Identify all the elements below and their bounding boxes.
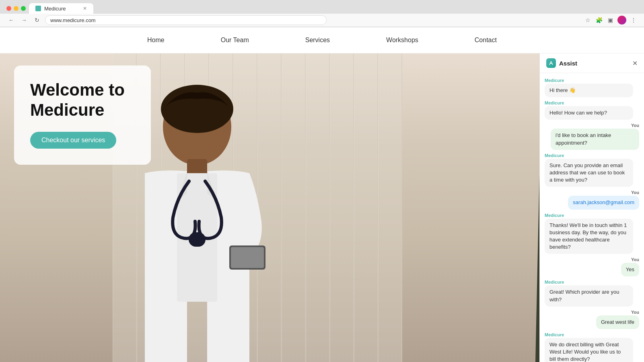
- msg-group-3: You i'd like to book an intake appointme…: [545, 123, 639, 149]
- chat-header: Assist ✕: [540, 53, 644, 73]
- msg-bubble-1: Hi there 👋: [545, 84, 633, 97]
- traffic-lights: [3, 6, 29, 11]
- msg-bubble-10: We do direct billing with Great West Lif…: [545, 338, 633, 362]
- msg-group-10: Medicure We do direct billing with Great…: [545, 332, 639, 362]
- chat-close-button[interactable]: ✕: [632, 59, 638, 67]
- msg-group-1: Medicure Hi there 👋: [545, 78, 639, 97]
- msg-group-2: Medicure Hello! How can we help?: [545, 100, 639, 120]
- nav-contact[interactable]: Contact: [446, 27, 525, 53]
- nav-services[interactable]: Services: [277, 27, 358, 53]
- maximize-traffic-light[interactable]: [21, 6, 26, 11]
- welcome-line1: Welcome to: [30, 80, 125, 99]
- chat-widget: Assist ✕ Medicure Hi there 👋 Medicure He…: [539, 53, 644, 362]
- msg-bubble-6: Thanks! We'll be in touch within 1 busin…: [545, 219, 633, 254]
- msg-sender-6: Medicure: [545, 332, 639, 337]
- hero-section: Welcome to Medicure Checkout our service…: [0, 53, 644, 362]
- svg-point-1: [161, 85, 233, 133]
- msg-bubble-2: Hello! How can we help?: [545, 106, 633, 120]
- tab-favicon: [35, 6, 41, 11]
- active-tab[interactable]: Medicure ✕: [29, 3, 93, 14]
- welcome-card: Welcome to Medicure Checkout our service…: [14, 65, 151, 165]
- msg-group-5: You sarah.jackson@gmail.com: [545, 190, 639, 209]
- msg-bubble-8: Great! Which provider are you with?: [545, 285, 633, 306]
- svg-point-5: [191, 232, 206, 247]
- toolbar-actions: ☆ 🧩 ▣ ⋮: [584, 16, 638, 25]
- svg-rect-2: [187, 159, 207, 175]
- msg-group-8: Medicure Great! Which provider are you w…: [545, 280, 639, 306]
- close-traffic-light[interactable]: [6, 6, 11, 11]
- msg-sender-you-4: You: [631, 310, 639, 315]
- msg-sender-you-1: You: [631, 123, 639, 128]
- msg-sender-you-2: You: [631, 190, 639, 195]
- msg-bubble-9: Great west life: [596, 315, 639, 329]
- msg-group-6: Medicure Thanks! We'll be in touch withi…: [545, 213, 639, 254]
- msg-sender-2: Medicure: [545, 100, 639, 105]
- msg-bubble-5: sarah.jackson@gmail.com: [568, 196, 639, 209]
- msg-group-7: You Yes: [545, 257, 639, 276]
- welcome-title: Welcome to Medicure: [30, 80, 135, 121]
- checkout-services-button[interactable]: Checkout our services: [30, 132, 116, 149]
- website: Home Our Team Services Workshops Contact: [0, 27, 644, 362]
- msg-bubble-3: i'd like to book an intake appointment?: [551, 129, 639, 149]
- tab-bar: Medicure ✕: [0, 0, 644, 14]
- browser-chrome: Medicure ✕ ← → ↻ www.medicure.com ☆ 🧩 ▣ …: [0, 0, 644, 27]
- msg-sender-3: Medicure: [545, 153, 639, 158]
- tab-title: Medicure: [44, 6, 66, 12]
- reload-button[interactable]: ↻: [32, 15, 42, 25]
- msg-sender-4: Medicure: [545, 213, 639, 218]
- back-button[interactable]: ←: [6, 15, 16, 25]
- msg-group-9: You Great west life: [545, 310, 639, 329]
- chat-messages: Medicure Hi there 👋 Medicure Hello! How …: [540, 73, 644, 362]
- nav-our-team[interactable]: Our Team: [193, 27, 277, 53]
- browser-toolbar: ← → ↻ www.medicure.com ☆ 🧩 ▣ ⋮: [0, 14, 644, 27]
- site-navigation: Home Our Team Services Workshops Contact: [0, 27, 644, 53]
- minimize-traffic-light[interactable]: [14, 6, 19, 11]
- extensions-icon[interactable]: 🧩: [595, 16, 603, 24]
- svg-rect-7: [231, 247, 264, 268]
- msg-sender-1: Medicure: [545, 78, 639, 83]
- msg-bubble-7: Yes: [621, 263, 639, 276]
- forward-button[interactable]: →: [19, 15, 29, 25]
- menu-icon[interactable]: ⋮: [630, 16, 638, 24]
- address-bar[interactable]: www.medicure.com: [45, 15, 327, 25]
- bookmark-icon[interactable]: ☆: [584, 16, 592, 24]
- sidebar-icon[interactable]: ▣: [606, 16, 614, 24]
- profile-icon[interactable]: [617, 16, 626, 25]
- assist-logo: [546, 58, 556, 68]
- tab-close-button[interactable]: ✕: [83, 6, 87, 11]
- msg-group-4: Medicure Sure. Can you provide an email …: [545, 153, 639, 187]
- nav-workshops[interactable]: Workshops: [358, 27, 446, 53]
- msg-sender-5: Medicure: [545, 280, 639, 284]
- welcome-line2: Medicure: [30, 100, 104, 119]
- nav-links: Home Our Team Services Workshops Contact: [119, 27, 525, 53]
- msg-bubble-4: Sure. Can you provide an email address t…: [545, 159, 633, 187]
- msg-sender-you-3: You: [631, 257, 639, 262]
- nav-home[interactable]: Home: [119, 27, 193, 53]
- chat-title: Assist: [559, 60, 577, 67]
- url-text: www.medicure.com: [50, 17, 96, 23]
